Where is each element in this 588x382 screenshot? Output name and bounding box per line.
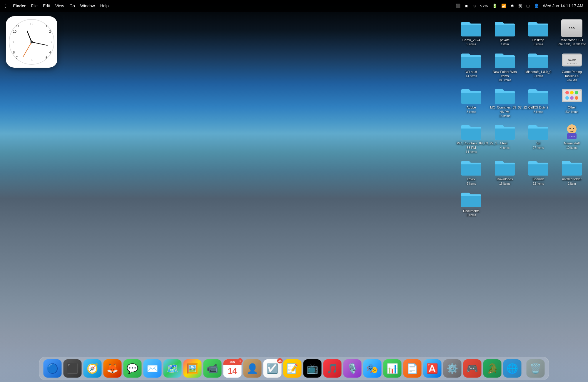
menu-window[interactable]: Window (80, 4, 95, 8)
dock-app-icon-numbers: 📊 (387, 363, 398, 374)
dock-item-firefox[interactable]: 🦊 (103, 359, 122, 378)
menu-edit[interactable]: Edit (43, 4, 50, 8)
dock-item-game2[interactable]: 🐊 (483, 359, 502, 378)
menu-help[interactable]: Help (100, 4, 109, 8)
dock-app-icon-maps: 🗺️ (167, 363, 178, 374)
desktop-icon-adobe[interactable]: Adobe3 items (455, 85, 487, 120)
dock-item-music[interactable]: 🎵 (323, 359, 342, 378)
svg-point-9 (565, 96, 569, 100)
dock-app-icon-pages: 📄 (407, 363, 418, 374)
desktop-icon-documents[interactable]: Documents6 items (455, 189, 487, 219)
dock-item-maps[interactable]: 🗺️ (163, 359, 182, 378)
icon-label-minecraft: Minecraft_1.8.9_02 items (525, 70, 551, 78)
dock-item-finder[interactable]: 🔵 (44, 359, 62, 378)
menu-view[interactable]: View (55, 4, 64, 8)
dock-app-icon-rpg: 🎮 (467, 363, 478, 374)
dock-app-icon-contacts: 👤 (247, 363, 258, 374)
menu-file[interactable]: File (31, 4, 38, 8)
dock-item-trash[interactable]: 🗑️ (527, 359, 545, 378)
display-icon[interactable]: ⬛ (455, 4, 460, 8)
dock-item-pages[interactable]: 📄 (403, 359, 422, 378)
icon-label-cemu: Cemu_2.0-49 items (462, 38, 480, 46)
desktop-icon-minecraft[interactable]: Minecraft_1.8.9_02 items (522, 49, 554, 84)
dock-item-mail[interactable]: ✉️ (143, 359, 162, 378)
desktop-icon-call-of-duty[interactable]: Call Of Duty 28 items (522, 85, 554, 120)
desktop-icon-wii-stuff[interactable]: Wii stuff14 items (455, 49, 487, 84)
clock-11: 11 (16, 24, 19, 28)
folder-icon (528, 123, 549, 140)
menu-go[interactable]: Go (69, 4, 75, 8)
desktop-icon-downloads[interactable]: Downloads18 items (489, 157, 521, 187)
desktop-icon-mc-countries-2[interactable]: MC_Countries_09_03_22_1...1-58 PM14 item… (455, 121, 487, 156)
dock-item-podcasts[interactable]: 🎙️ (343, 359, 362, 378)
icon-label-private: private1 item (500, 38, 510, 46)
battery-icon[interactable]: 🔋 (492, 4, 497, 8)
desktop-icon-spanish[interactable]: Spanish22 items (522, 157, 554, 187)
clock-3: 3 (50, 40, 51, 44)
folder-icon (561, 159, 582, 176)
desktop-icon-macintosh-ssd[interactable]: SSD Macintosh SSD994.7 GB, 38 GB free (556, 18, 588, 48)
dock-item-settings[interactable]: ⚙️ (443, 359, 462, 378)
desktop-icon-sd[interactable]: Sd27 items (522, 121, 554, 156)
clock-4: 4 (49, 51, 51, 54)
desktop-icon-private[interactable]: private1 item (489, 18, 521, 48)
toolkit-icon: GAME PORTING (561, 51, 582, 69)
clock-8: 8 (13, 51, 15, 54)
dock-item-contacts[interactable]: 👤 (243, 359, 262, 378)
icon-label-mc-countries-2: MC_Countries_09_03_22_1...1-58 PM14 item… (457, 141, 486, 154)
dock-app-icon-reminders: ☑️ (267, 363, 278, 374)
dock-app-icon-music: 🎵 (327, 363, 338, 374)
airdrop-icon[interactable]: ⛓ (518, 4, 522, 8)
folder-icon (528, 19, 549, 37)
dock-item-facetime[interactable]: 📹 (203, 359, 222, 378)
desktop-icon-desktop[interactable]: Desktop8 items (522, 18, 554, 48)
icon-label-untitled: untitled folder1 item (562, 177, 582, 186)
dock-item-appstore[interactable]: 🅰️ (423, 359, 442, 378)
dock-app-icon-appletv: 📺 (307, 363, 318, 374)
clock-widget[interactable]: 12 3 6 9 1 11 2 10 4 8 5 7 (6, 16, 57, 68)
desktop-icon-test[interactable]: test4 items (489, 121, 521, 156)
dock-item-messages[interactable]: 💬 (123, 359, 142, 378)
dock-item-appletv[interactable]: 📺 (303, 359, 322, 378)
media-icon[interactable]: ▣ (465, 4, 468, 8)
dock-item-keynote[interactable]: 🎭 (363, 359, 382, 378)
svg-point-7 (570, 91, 574, 94)
dock-item-photos[interactable]: 🖼️ (183, 359, 202, 378)
desktop-icon-new-folder[interactable]: New Folder With Items188 items (489, 49, 521, 84)
wifi-icon[interactable]: 📶 (501, 4, 506, 8)
icon-label-call-of-duty: Call Of Duty 28 items (528, 105, 548, 114)
dock-item-rpg[interactable]: 🎮 (463, 359, 482, 378)
desktop-icon-cemu[interactable]: Cemu_2.0-49 items (455, 18, 487, 48)
icon-label-spanish: Spanish22 items (532, 177, 544, 186)
desktop-icon-cavex[interactable]: cavex6 items (455, 157, 487, 187)
clock-1: 1 (46, 24, 47, 28)
icon-label-game-porting: Game Porting Toolkit-1.0284 MB (557, 70, 587, 82)
menu-finder[interactable]: Finder (13, 4, 26, 8)
desktop-icon-game-stuff[interactable]: GAME Game stuff10 items (556, 121, 588, 156)
folder-icon (461, 123, 482, 140)
dock-item-calendar[interactable]: JUN 14 1 (223, 359, 242, 378)
clock-9: 9 (12, 40, 14, 44)
user-icon[interactable]: 👤 (534, 4, 539, 8)
apple-menu[interactable]:  (5, 3, 7, 9)
icon-label-wii-stuff: Wii stuff14 items (466, 70, 477, 78)
desktop-icon-mc-countries-1[interactable]: MC_Countries_09_07_22_0...0-46 PM15 item… (489, 85, 521, 120)
desktop-icon-other[interactable]: Other534 items (556, 85, 588, 120)
bluetooth-icon[interactable]: ✱ (510, 4, 514, 8)
airplay-icon[interactable]: ⊡ (526, 4, 530, 8)
dock-item-network[interactable]: 🌐 (503, 359, 522, 378)
folder-icon (461, 87, 482, 104)
icon-label-sd: Sd27 items (533, 141, 544, 150)
clock-status-icon[interactable]: ⊙ (472, 4, 476, 8)
dock-item-notes[interactable]: 📝 (283, 359, 302, 378)
dock-item-safari[interactable]: 🧭 (83, 359, 102, 378)
icon-label-new-folder: New Folder With Items188 items (490, 70, 519, 82)
desktop-icon-untitled[interactable]: untitled folder1 item (556, 157, 588, 187)
dock-item-numbers[interactable]: 📊 (383, 359, 402, 378)
desktop-icon-game-porting[interactable]: GAME PORTING Game Porting Toolkit-1.0284… (556, 49, 588, 84)
icon-label-test: test4 items (500, 141, 510, 150)
dock-item-reminders[interactable]: ☑️35 (263, 359, 282, 378)
dock-item-launchpad[interactable]: ⬛ (64, 359, 82, 378)
clock-7: 7 (16, 56, 18, 59)
dock-app-icon-mail: ✉️ (147, 363, 158, 374)
